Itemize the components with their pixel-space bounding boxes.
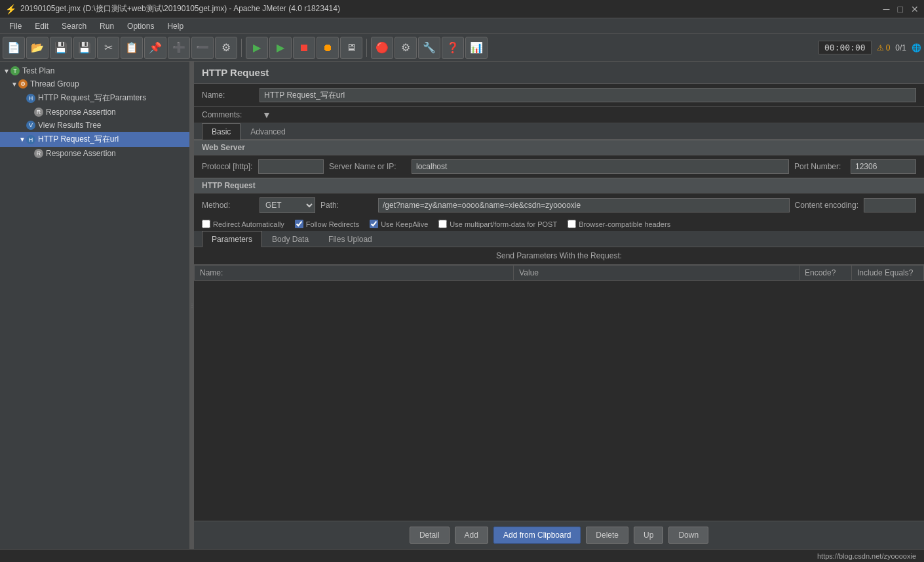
tb-toggle[interactable]: ⚙ <box>215 37 237 59</box>
comments-label: Comments: <box>202 110 254 119</box>
tb-open[interactable]: 📂 <box>26 37 48 59</box>
tb-remote-start[interactable]: 🔴 <box>371 37 393 59</box>
menu-search[interactable]: Search <box>55 20 93 32</box>
close-button[interactable]: ✕ <box>911 4 919 14</box>
tb-remote-stop[interactable]: ⚙ <box>395 37 417 59</box>
tb-run-thread[interactable]: ▶ <box>269 37 292 59</box>
app-icon: ⚡ <box>5 4 16 14</box>
status-bar: https://blog.csdn.net/zyooooxie <box>0 549 924 562</box>
warning-indicator: ⚠ 0 <box>877 43 891 52</box>
expand-arrow: ▼ <box>10 81 18 88</box>
method-select[interactable]: GET POST PUT DELETE PATCH HEAD OPTIONS <box>260 197 315 213</box>
window-controls[interactable]: ─ □ ✕ <box>883 4 919 14</box>
method-label: Method: <box>202 201 254 210</box>
col-value: Value <box>514 266 799 281</box>
tb-cut[interactable]: ✂ <box>97 37 119 59</box>
tb-save[interactable]: 💾 <box>50 37 72 59</box>
menu-help[interactable]: Help <box>161 20 190 32</box>
tab-basic[interactable]: Basic <box>202 123 241 140</box>
window-title: 20190105get.jmx (D:\接口测试+web测试\20190105g… <box>20 3 883 14</box>
tab-parameters[interactable]: Parameters <box>202 231 262 247</box>
add-from-clipboard-button[interactable]: Add from Clipboard <box>493 527 581 544</box>
tb-func-helper[interactable]: 🔧 <box>418 37 440 59</box>
params-table: Name: Value Encode? Include Equals? <box>194 265 924 281</box>
main-layout: ▼ T Test Plan ▼ ⚙ Thread Group H HTTP Re… <box>0 62 924 549</box>
warn-count: 0 <box>886 43 891 52</box>
keepalive-checkbox[interactable] <box>370 220 378 228</box>
tb-shutdown[interactable]: ⏺ <box>317 37 339 59</box>
path-input[interactable] <box>378 198 790 212</box>
view-results-icon: V <box>26 121 35 130</box>
tab-advanced[interactable]: Advanced <box>241 123 295 140</box>
sidebar-item-response-assertion-1[interactable]: R Response Assertion <box>0 106 189 119</box>
protocol-input[interactable] <box>258 159 324 174</box>
tb-expand[interactable]: ➕ <box>168 37 190 59</box>
test-plan-icon: T <box>10 66 20 75</box>
menu-options[interactable]: Options <box>121 20 161 32</box>
up-button[interactable]: Up <box>634 527 663 544</box>
tb-run[interactable]: ▶ <box>246 37 268 59</box>
comments-row: Comments: ▼ <box>194 107 924 123</box>
follow-redirects-label: Follow Redirects <box>306 220 359 228</box>
down-button[interactable]: Down <box>668 527 708 544</box>
minimize-button[interactable]: ─ <box>883 4 890 14</box>
delete-button[interactable]: Delete <box>586 527 628 544</box>
menu-edit[interactable]: Edit <box>28 20 55 32</box>
sidebar-item-view-results[interactable]: V View Results Tree <box>0 119 189 132</box>
tab-files-upload[interactable]: Files Upload <box>318 231 382 247</box>
checkbox-redirect-auto[interactable]: Redirect Automatically <box>202 220 284 228</box>
tb-collapse[interactable]: ➖ <box>191 37 214 59</box>
web-server-section-header: Web Server <box>194 140 924 155</box>
sidebar-item-thread-group[interactable]: ▼ ⚙ Thread Group <box>0 77 189 90</box>
redirect-auto-label: Redirect Automatically <box>213 220 284 228</box>
name-row: Name: <box>194 84 924 107</box>
sidebar-item-http-request-2[interactable]: ▼ H HTTP Request_写在url <box>0 132 189 147</box>
tb-paste[interactable]: 📌 <box>144 37 166 59</box>
port-input[interactable] <box>851 159 916 174</box>
sidebar-item-test-plan[interactable]: ▼ T Test Plan <box>0 64 189 77</box>
menu-file[interactable]: File <box>3 20 28 32</box>
tb-saveas[interactable]: 💾 <box>73 37 96 59</box>
detail-button[interactable]: Detail <box>410 527 450 544</box>
browser-headers-checkbox[interactable] <box>568 220 576 228</box>
http-request-section-header: HTTP Request <box>194 178 924 193</box>
comments-expand-icon[interactable]: ▼ <box>260 110 274 120</box>
tb-new[interactable]: 📄 <box>3 37 25 59</box>
sidebar-item-response-assertion-2[interactable]: R Response Assertion <box>0 147 189 160</box>
sidebar: ▼ T Test Plan ▼ ⚙ Thread Group H HTTP Re… <box>0 62 190 549</box>
sidebar-item-http-request-1[interactable]: H HTTP Request_写在Paramters <box>0 90 189 106</box>
checkbox-keepalive[interactable]: Use KeepAlive <box>370 220 428 228</box>
name-input[interactable] <box>260 88 916 102</box>
http-icon-1: H <box>26 94 35 103</box>
bottom-bar: Detail Add Add from Clipboard Delete Up … <box>194 521 924 549</box>
maximize-button[interactable]: □ <box>898 4 903 14</box>
checkbox-follow-redirects[interactable]: Follow Redirects <box>295 220 359 228</box>
checkbox-browser-headers[interactable]: Browser-compatible headers <box>568 220 670 228</box>
multipart-checkbox[interactable] <box>438 220 447 228</box>
tb-help[interactable]: ❓ <box>442 37 464 59</box>
redirect-auto-checkbox[interactable] <box>202 220 210 228</box>
thread-group-label: Thread Group <box>30 79 79 89</box>
tb-clear[interactable]: 🖥 <box>340 37 362 59</box>
response-icon-1: R <box>34 108 43 117</box>
tb-stop[interactable]: ⏹ <box>293 37 315 59</box>
encoding-input[interactable] <box>864 198 916 212</box>
tb-log[interactable]: 📊 <box>465 37 488 59</box>
checkboxes-row: Redirect Automatically Follow Redirects … <box>194 217 924 231</box>
follow-redirects-checkbox[interactable] <box>295 220 303 228</box>
server-input[interactable] <box>412 159 789 174</box>
server-label: Server Name or IP: <box>329 162 408 171</box>
col-name: Name: <box>195 266 514 281</box>
server-field: Server Name or IP: <box>329 159 789 174</box>
warn-icon: ⚠ <box>877 43 884 52</box>
menu-run[interactable]: Run <box>93 20 121 32</box>
toolbar-timer-section: 00:00:00 ⚠ 0 0/1 🌐 <box>818 41 921 54</box>
tb-copy[interactable]: 📋 <box>121 37 143 59</box>
checkbox-multipart[interactable]: Use multipart/form-data for POST <box>438 220 557 228</box>
add-button[interactable]: Add <box>455 527 488 544</box>
tab-body-data[interactable]: Body Data <box>262 231 318 247</box>
main-tab-bar: Basic Advanced <box>194 123 924 140</box>
expand-arrow: ▼ <box>18 136 26 143</box>
toolbar-separator-1 <box>241 39 242 57</box>
params-content: Send Parameters With the Request: Name: … <box>194 247 924 521</box>
